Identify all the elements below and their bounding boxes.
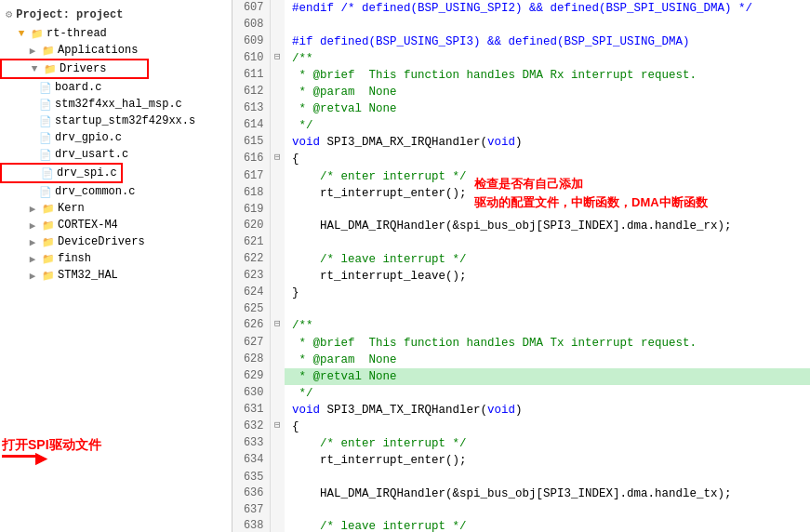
line-code[interactable]: * @brief This function handles DMA Tx in… [285,335,810,352]
line-code[interactable]: rt_interrupt_enter(); [285,452,810,469]
folder-icon-cortex: 📁 [42,219,55,232]
tree-item-applications[interactable]: ▶ 📁 Applications [0,42,232,59]
file-icon-board-c: 📄 [39,82,52,94]
line-code[interactable]: /* enter interrupt */ [285,168,810,185]
line-code[interactable]: * @retval None [285,100,810,117]
line-code[interactable] [285,234,810,250]
expand-icon-device-drivers: ▶ [26,236,39,248]
expand-icon-kern: ▶ [26,203,39,215]
line-gutter [270,352,285,368]
line-code[interactable]: /* leave interrupt */ [285,251,810,268]
line-code[interactable]: * @retval None [285,368,810,385]
expand-icon: ▼ [15,28,28,39]
line-number: 627 [232,335,270,352]
line-number: 616 [232,151,270,167]
line-number: 607 [232,0,270,17]
tree-item-cortex-m4[interactable]: ▶ 📁 CORTEX-M4 [0,217,232,233]
line-code[interactable]: */ [285,385,810,402]
line-gutter [270,117,285,134]
tree-item-drv-usart[interactable]: 📄 drv_usart.c [0,146,232,163]
line-number: 622 [232,251,270,268]
line-number: 620 [232,218,270,234]
line-code[interactable] [285,202,810,218]
tree-item-board-c[interactable]: 📄 board.c [0,79,232,96]
arrow-right-icon: ▶ [2,455,39,458]
line-code[interactable]: * @param None [285,352,810,368]
tree-label-drivers: Drivers [60,62,106,75]
line-number: 621 [232,234,270,250]
line-number: 638 [232,518,270,532]
project-title-label: Project: project [16,8,123,21]
tree-item-stm32-hal-msp[interactable]: 📄 stm32f4xx_hal_msp.c [0,96,232,113]
line-gutter [270,402,285,419]
code-table: 607 #endif /* defined(BSP_USING_SPI2) &&… [232,0,810,532]
tree-item-device-drivers[interactable]: ▶ 📁 DeviceDrivers [0,233,232,250]
line-code[interactable]: void SPI3_DMA_TX_IRQHandler(void) [285,402,810,419]
line-code[interactable]: * @param None [285,84,810,100]
tree-item-startup[interactable]: 📄 startup_stm32f429xx.s [0,113,232,129]
line-number: 626 [232,317,270,334]
line-code[interactable] [285,502,810,518]
line-code[interactable]: /* enter interrupt */ [285,435,810,452]
line-code[interactable]: rt_interrupt_leave(); [285,268,810,285]
line-gutter [270,335,285,352]
line-code[interactable]: { [285,151,810,167]
file-icon-drv-common: 📄 [39,186,52,198]
expand-icon-applications: ▶ [26,45,39,57]
line-gutter [270,268,285,285]
tree-item-drv-spi[interactable]: 📄 drv_spi.c [0,163,123,183]
line-gutter [270,218,285,234]
line-gutter [270,185,285,202]
line-code[interactable]: #endif /* defined(BSP_USING_SPI2) && def… [285,0,810,17]
line-gutter: ⊟ [270,50,285,67]
tree-item-drv-common[interactable]: 📄 drv_common.c [0,183,232,200]
tree-label-drv-common: drv_common.c [55,185,135,198]
line-number: 617 [232,168,270,185]
tree-label-drv-spi: drv_spi.c [57,166,117,180]
expand-icon-finsh: ▶ [26,253,39,265]
line-number: 625 [232,301,270,317]
line-number: 628 [232,352,270,368]
line-code[interactable]: */ [285,117,810,134]
line-code[interactable] [285,470,810,485]
line-code[interactable]: { [285,419,810,435]
line-code[interactable]: void SPI3_DMA_RX_IRQHandler(void) [285,134,810,151]
line-number: 637 [232,502,270,518]
line-gutter [270,251,285,268]
project-title: ⚙ Project: project [0,4,232,25]
line-code[interactable]: HAL_DMA_IRQHandler(&spi_bus_obj[SPI3_IND… [285,218,810,234]
line-code[interactable]: * @brief This function handles DMA Rx in… [285,67,810,84]
tree-item-drivers[interactable]: ▼ 📁 Drivers [0,59,149,79]
file-icon-startup: 📄 [39,115,52,127]
tree-item-kern[interactable]: ▶ 📁 Kern [0,200,232,217]
line-code[interactable] [285,17,810,33]
tree-root-rt-thread[interactable]: ▼ 📁 rt-thread [0,25,232,42]
tree-item-drv-gpio[interactable]: 📄 drv_gpio.c [0,129,232,146]
line-number: 634 [232,452,270,469]
line-number: 633 [232,435,270,452]
line-gutter [270,452,285,469]
line-code[interactable]: /** [285,317,810,334]
file-icon-drv-spi: 📄 [41,167,54,180]
line-number: 611 [232,67,270,84]
tree-item-stm32-hal[interactable]: ▶ 📁 STM32_HAL [0,267,232,284]
line-code[interactable] [285,301,810,317]
line-number: 623 [232,268,270,285]
line-gutter [270,202,285,218]
line-code[interactable]: #if defined(BSP_USING_SPI3) && defined(B… [285,33,810,50]
folder-icon-drivers: 📁 [44,63,57,75]
line-gutter [270,0,285,17]
line-code[interactable]: /** [285,50,810,67]
tree-label-kern: Kern [58,202,85,215]
line-code[interactable]: HAL_DMA_IRQHandler(&spi_bus_obj[SPI3_IND… [285,485,810,502]
line-number: 624 [232,285,270,301]
line-gutter: ⊟ [270,317,285,334]
line-code[interactable]: } [285,285,810,301]
tree-item-finsh[interactable]: ▶ 📁 finsh [0,250,232,267]
line-gutter [270,368,285,385]
folder-icon-kern: 📁 [42,203,55,215]
line-code[interactable]: /* leave interrupt */ [285,518,810,532]
line-code[interactable]: rt_interrupt_enter(); [285,185,810,202]
line-number: 612 [232,84,270,100]
expand-icon-drivers: ▼ [28,63,41,74]
